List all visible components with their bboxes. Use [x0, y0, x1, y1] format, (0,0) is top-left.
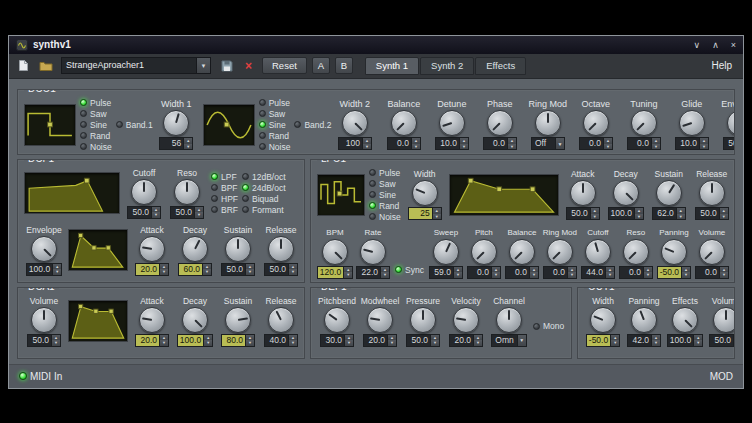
- knob-volume[interactable]: [699, 239, 725, 265]
- radio-lpf[interactable]: LPF: [211, 172, 238, 182]
- spin-arrows[interactable]: ▲▼: [432, 208, 441, 219]
- spin-down-icon[interactable]: ▼: [591, 214, 599, 220]
- radio-saw[interactable]: Saw: [369, 179, 401, 189]
- knob-tuning[interactable]: [631, 110, 657, 136]
- spin-arrows[interactable]: ▲▼: [491, 267, 500, 278]
- tuning-spinbox[interactable]: 0.0▲▼: [627, 137, 661, 150]
- spin-arrows[interactable]: ▲▼: [245, 264, 254, 275]
- spin-down-icon[interactable]: ▼: [611, 340, 619, 346]
- knob-width[interactable]: [590, 307, 616, 333]
- spin-down-icon[interactable]: ▼: [160, 269, 168, 275]
- bpm-spinbox[interactable]: 120.0▲▼: [317, 266, 353, 279]
- spin-down-icon[interactable]: ▼: [246, 269, 254, 275]
- spin-down-icon[interactable]: ▼: [677, 214, 685, 220]
- radio-sync[interactable]: Sync: [395, 265, 424, 275]
- spin-arrows[interactable]: ▲▼: [159, 335, 168, 346]
- radio-noise[interactable]: Noise: [259, 142, 291, 152]
- radio-saw[interactable]: Saw: [259, 109, 291, 119]
- decay-spinbox[interactable]: 100.0▲▼: [177, 334, 213, 347]
- spin-arrows[interactable]: ▲▼: [507, 138, 516, 149]
- radio-noise[interactable]: Noise: [80, 142, 112, 152]
- spin-arrows[interactable]: ▲▼: [453, 267, 462, 278]
- radio-24db-oct[interactable]: 24dB/oct: [242, 183, 286, 193]
- attack-spinbox[interactable]: 20.0▲▼: [135, 263, 169, 276]
- radio-hpf[interactable]: HPF: [211, 194, 238, 204]
- knob-bpm[interactable]: [322, 239, 348, 265]
- width-2-spinbox[interactable]: 100▲▼: [338, 137, 372, 150]
- spin-down-icon[interactable]: ▼: [152, 212, 160, 218]
- spin-down-icon[interactable]: ▼: [700, 144, 708, 150]
- spin-down-icon[interactable]: ▼: [433, 214, 441, 220]
- spin-down-icon[interactable]: ▼: [720, 214, 728, 220]
- radio-sine[interactable]: Sine: [369, 190, 401, 200]
- volume-spinbox[interactable]: 50.0▲▼: [709, 334, 735, 347]
- spin-down-icon[interactable]: ▼: [606, 272, 614, 278]
- knob-sustain[interactable]: [225, 307, 251, 333]
- knob-attack[interactable]: [139, 236, 165, 262]
- spin-arrows[interactable]: ▲▼: [733, 335, 735, 346]
- ring-mod-spinbox[interactable]: 0.0▲▼: [543, 266, 577, 279]
- knob-width-1[interactable]: [163, 110, 189, 136]
- radio-formant[interactable]: Formant: [242, 205, 286, 215]
- sweep-spinbox[interactable]: 59.0▲▼: [429, 266, 463, 279]
- width-1-spinbox[interactable]: 56▲▼: [159, 137, 193, 150]
- release-spinbox[interactable]: 50.0▲▼: [264, 263, 298, 276]
- radio-bpf[interactable]: BPF: [211, 183, 238, 193]
- radio-noise[interactable]: Noise: [369, 212, 401, 222]
- decay-spinbox[interactable]: 60.0▲▼: [178, 263, 212, 276]
- knob-ring-mod[interactable]: [547, 239, 573, 265]
- osc2-waveform-display[interactable]: [203, 104, 255, 146]
- spin-arrows[interactable]: ▲▼: [693, 335, 702, 346]
- reso-spinbox[interactable]: 0.0▲▼: [619, 266, 653, 279]
- knob-decay[interactable]: [182, 307, 208, 333]
- radio-sine[interactable]: Sine: [80, 120, 112, 130]
- spin-down-icon[interactable]: ▼: [412, 144, 420, 150]
- spin-arrows[interactable]: ▲▼: [719, 267, 728, 278]
- spin-arrows[interactable]: ▲▼: [151, 207, 160, 218]
- knob-attack[interactable]: [570, 180, 596, 206]
- knob-channel[interactable]: [496, 307, 522, 333]
- balance-spinbox[interactable]: 0.0▲▼: [387, 137, 421, 150]
- spin-down-icon[interactable]: ▼: [474, 340, 482, 346]
- spin-down-icon[interactable]: ▼: [568, 272, 576, 278]
- knob-octave[interactable]: [583, 110, 609, 136]
- spin-down-icon[interactable]: ▼: [345, 340, 353, 346]
- spin-arrows[interactable]: ▲▼: [676, 208, 685, 219]
- cutoff-spinbox[interactable]: 44.0▲▼: [581, 266, 615, 279]
- spin-arrows[interactable]: ▲▼: [411, 138, 420, 149]
- knob-decay[interactable]: [613, 180, 639, 206]
- spin-arrows[interactable]: ▲▼: [430, 335, 439, 346]
- spin-down-icon[interactable]: ▼: [203, 269, 211, 275]
- spin-up-icon[interactable]: ▲: [734, 335, 735, 341]
- spin-down-icon[interactable]: ▼: [195, 212, 203, 218]
- decay-spinbox[interactable]: 100.0▲▼: [608, 207, 644, 220]
- spin-down-icon[interactable]: ▼: [508, 144, 516, 150]
- spin-arrows[interactable]: ▲▼: [459, 138, 468, 149]
- spin-down-icon[interactable]: ▼: [734, 340, 735, 346]
- envelope-spinbox[interactable]: 100.0▲▼: [26, 263, 62, 276]
- modwheel-spinbox[interactable]: 20.0▲▼: [363, 334, 397, 347]
- spin-arrows[interactable]: ▲▼: [288, 264, 297, 275]
- spin-down-icon[interactable]: ▼: [460, 144, 468, 150]
- spin-arrows[interactable]: ▲▼: [567, 267, 576, 278]
- knob-detune[interactable]: [439, 110, 465, 136]
- knob-sustain[interactable]: [225, 236, 251, 262]
- radio-biquad[interactable]: Biquad: [242, 194, 286, 204]
- knob-decay[interactable]: [182, 236, 208, 262]
- lfo-waveform-display[interactable]: [317, 174, 365, 216]
- knob-phase[interactable]: [487, 110, 513, 136]
- pitchbend-spinbox[interactable]: 30.0▲▼: [320, 334, 354, 347]
- spin-arrows[interactable]: ▲▼: [380, 267, 389, 278]
- spin-arrows[interactable]: ▲▼: [288, 335, 297, 346]
- knob-pitchbend[interactable]: [324, 307, 350, 333]
- chevron-down-icon[interactable]: ▼: [196, 57, 211, 74]
- volume-spinbox[interactable]: 0.0▲▼: [695, 266, 729, 279]
- spin-arrows[interactable]: ▲▼: [387, 335, 396, 346]
- radio-band-1[interactable]: Band.1: [116, 120, 153, 130]
- knob-attack[interactable]: [139, 307, 165, 333]
- knob-cutoff[interactable]: [585, 239, 611, 265]
- knob-release[interactable]: [268, 307, 294, 333]
- tab-effects[interactable]: Effects: [475, 57, 526, 75]
- radio-midi-in[interactable]: MIDI In: [19, 371, 62, 382]
- knob-velocity[interactable]: [453, 307, 479, 333]
